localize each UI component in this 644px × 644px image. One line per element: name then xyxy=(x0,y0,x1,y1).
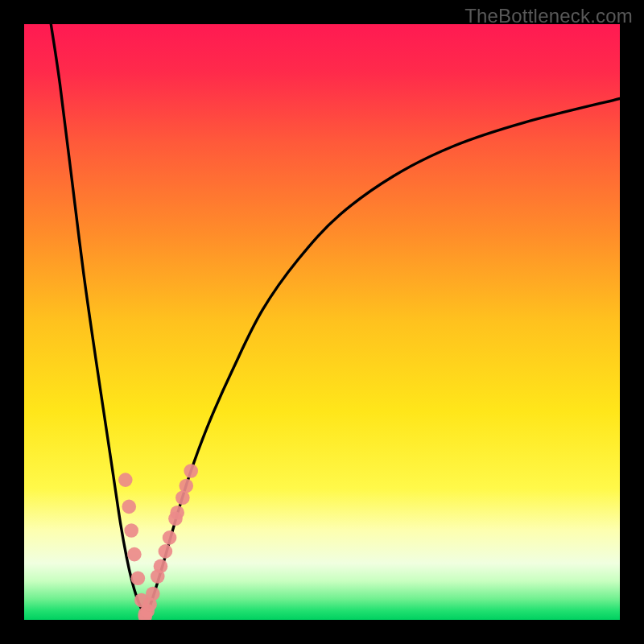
marker-point xyxy=(127,547,142,562)
marker-point xyxy=(163,530,177,545)
marker-point xyxy=(154,559,168,574)
marker-point xyxy=(131,571,146,585)
marker-point xyxy=(184,464,198,478)
marker-point xyxy=(146,587,160,601)
chart-frame: TheBottleneck.com xyxy=(0,0,644,644)
chart-svg xyxy=(24,24,620,620)
marker-point xyxy=(170,506,184,520)
watermark-text: TheBottleneck.com xyxy=(464,5,633,27)
marker-point xyxy=(122,500,136,514)
marker-point xyxy=(124,523,138,538)
plot-area xyxy=(24,24,620,620)
marker-point xyxy=(118,473,133,487)
marker-point xyxy=(159,544,173,559)
marker-point xyxy=(175,491,190,506)
gradient-background xyxy=(24,24,620,620)
marker-point xyxy=(179,479,193,493)
